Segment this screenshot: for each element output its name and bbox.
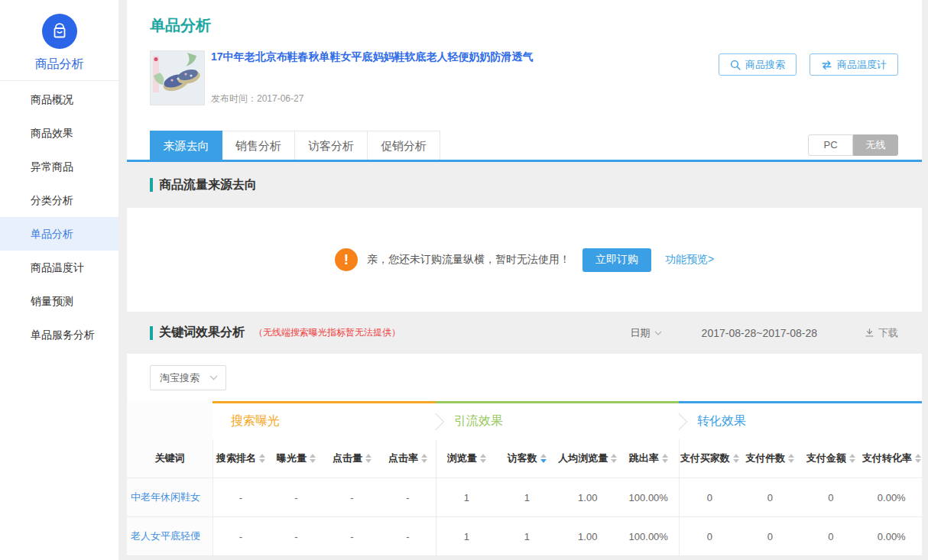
tab-source-destination[interactable]: 来源去向: [150, 131, 222, 160]
column-header-keyword: 关键词: [127, 439, 213, 477]
swap-arrows-icon: [821, 60, 832, 70]
table-cell: -: [380, 517, 436, 556]
sort-icon[interactable]: [421, 454, 427, 463]
device-toggle-wireless[interactable]: 无线: [853, 134, 898, 156]
sidebar-item-category-analysis[interactable]: 分类分析: [0, 183, 118, 217]
device-toggle: PC 无线: [808, 134, 898, 156]
table-cell: 0: [740, 517, 801, 556]
chevron-down-icon: [654, 331, 662, 335]
sidebar-item-single-item-analysis[interactable]: 单品分析: [0, 217, 118, 251]
column-header-search-rank[interactable]: 搜索排名: [213, 439, 268, 477]
product-thermometer-button[interactable]: 商品温度计: [810, 53, 898, 76]
sort-icon[interactable]: [788, 454, 794, 463]
table-cell: 100.00%: [618, 478, 680, 517]
group-header-spacer: [127, 401, 213, 439]
column-header-clicks[interactable]: 点击量: [324, 439, 380, 477]
column-header-paid-items[interactable]: 支付件数: [740, 439, 801, 477]
sort-icon[interactable]: [662, 454, 668, 463]
table-cell: -: [213, 478, 268, 517]
sort-icon[interactable]: [915, 454, 921, 463]
table-row: 老人女平底轻便 - - - - 1 1 1.00 100.00% 0 0 0 0…: [127, 517, 922, 556]
sort-icon[interactable]: [611, 454, 617, 463]
publish-time: 发布时间：2017-06-27: [211, 92, 534, 105]
table-cell: 0: [679, 478, 740, 517]
group-traffic-effect: 引流效果: [436, 401, 679, 439]
table-cell: 1.00: [557, 478, 618, 517]
product-image: [150, 50, 205, 105]
keyword-link[interactable]: 老人女平底轻便: [127, 517, 213, 556]
product-info: 17中年老北京布鞋春秋单鞋女平底妈妈鞋软底老人轻便奶奶防滑透气 发布时间：201…: [211, 50, 534, 105]
sidebar-item-product-overview[interactable]: 商品概况: [0, 83, 118, 116]
date-dropdown[interactable]: 日期: [631, 326, 662, 340]
warning-icon: !: [335, 248, 358, 271]
table-cell: -: [324, 517, 380, 556]
group-conversion-effect: 转化效果: [679, 401, 922, 439]
channel-select[interactable]: 淘宝搜索: [150, 365, 226, 390]
tab-sales-analysis[interactable]: 销售分析: [222, 131, 295, 160]
sort-icon[interactable]: [259, 454, 265, 463]
keyword-section-header: 关键词效果分析 （无线端搜索曝光指标暂无法提供） 日期 2017-08-28~2…: [127, 312, 922, 354]
table-column-header: 关键词 搜索排名 曝光量 点击量 点击率 浏览量 访客数 人均浏览量 跳出率 支…: [127, 439, 922, 478]
keyword-section-title: 关键词效果分析: [159, 325, 245, 341]
product-summary: 17中年老北京布鞋春秋单鞋女平底妈妈鞋软底老人轻便奶奶防滑透气 发布时间：201…: [150, 50, 534, 105]
table-cell: -: [213, 517, 268, 556]
bottom-strip: [127, 556, 922, 560]
column-header-avg-pageviews[interactable]: 人均浏览量: [557, 439, 618, 477]
device-toggle-pc[interactable]: PC: [808, 134, 853, 156]
subscription-notice: ! 亲，您还未订购流量纵横，暂时无法使用！ 立即订购 功能预览>: [127, 208, 922, 312]
column-header-ctr[interactable]: 点击率: [380, 439, 436, 477]
column-header-exposure[interactable]: 曝光量: [268, 439, 324, 477]
tab-promotion-analysis[interactable]: 促销分析: [368, 131, 440, 160]
sidebar-app-title: 商品分析: [0, 57, 118, 73]
sort-icon[interactable]: [849, 454, 855, 463]
column-header-visitors[interactable]: 访客数: [497, 439, 558, 477]
chevron-down-icon: [209, 375, 218, 380]
sort-icon[interactable]: [365, 454, 372, 463]
column-header-conversion-rate[interactable]: 支付转化率: [861, 439, 923, 477]
table-cell: 1: [436, 478, 497, 517]
feature-preview-link[interactable]: 功能预览>: [665, 253, 714, 267]
keyword-link[interactable]: 中老年休闲鞋女: [127, 478, 213, 517]
product-search-button[interactable]: 商品搜索: [719, 53, 797, 76]
sidebar-item-product-thermometer[interactable]: 商品温度计: [0, 251, 118, 284]
order-now-button[interactable]: 立即订购: [582, 248, 651, 272]
channel-filter-row: 淘宝搜索: [127, 354, 922, 401]
tab-visitor-analysis[interactable]: 访客分析: [295, 131, 368, 160]
tab-bar: 来源去向 销售分析 访客分析 促销分析 PC 无线: [127, 131, 922, 160]
section-marker: [150, 326, 153, 340]
column-header-paid-amount[interactable]: 支付金额: [800, 439, 861, 477]
notice-text: 亲，您还未订购流量纵横，暂时无法使用！: [367, 253, 570, 267]
table-row: 中老年休闲鞋女 - - - - 1 1 1.00 100.00% 0 0 0 0…: [127, 478, 922, 517]
table-cell: 1.00: [557, 517, 618, 556]
product-header: 单品分析: [127, 0, 922, 131]
header-buttons: 商品搜索 商品温度计: [719, 53, 898, 76]
column-header-pageviews[interactable]: 浏览量: [436, 439, 497, 477]
sort-icon[interactable]: [540, 454, 547, 463]
table-cell: 0: [800, 478, 861, 517]
table-cell: -: [268, 517, 324, 556]
sidebar-item-sales-forecast[interactable]: 销量预测: [0, 284, 118, 318]
column-header-bounce-rate[interactable]: 跳出率: [618, 439, 680, 477]
sort-icon[interactable]: [310, 454, 316, 463]
section-marker: [150, 178, 153, 192]
column-header-paid-buyers[interactable]: 支付买家数: [679, 439, 740, 477]
table-cell: 0: [679, 517, 740, 556]
table-cell: -: [380, 478, 436, 517]
table-cell: 100.00%: [618, 517, 680, 556]
table-cell: -: [268, 478, 324, 517]
download-button[interactable]: 下载: [865, 326, 898, 340]
sidebar-item-abnormal-product[interactable]: 异常商品: [0, 150, 118, 183]
flow-section-header: 商品流量来源去向: [127, 162, 922, 208]
sidebar-item-single-item-service[interactable]: 单品服务分析: [0, 318, 118, 351]
table-cell: 1: [497, 517, 558, 556]
group-search-exposure: 搜索曝光: [213, 401, 436, 439]
table-cell: 0: [740, 478, 801, 517]
table-cell: 0.00%: [861, 478, 923, 517]
shopping-bag-icon: [42, 14, 77, 49]
sidebar-item-product-effect[interactable]: 商品效果: [0, 116, 118, 150]
sidebar-header: 商品分析: [0, 0, 118, 81]
sort-icon[interactable]: [733, 454, 739, 463]
sort-icon[interactable]: [480, 454, 486, 463]
page-title: 单品分析: [150, 15, 211, 36]
product-title-link[interactable]: 17中年老北京布鞋春秋单鞋女平底妈妈鞋软底老人轻便奶奶防滑透气: [211, 50, 534, 64]
